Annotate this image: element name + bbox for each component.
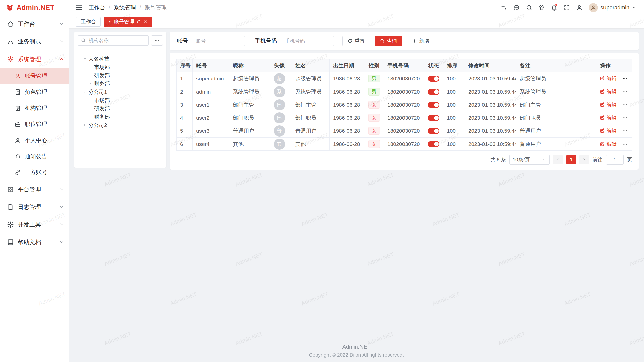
refresh-icon <box>348 39 352 43</box>
status-toggle[interactable] <box>428 76 439 82</box>
role-badge-icon <box>15 89 21 95</box>
building-icon <box>15 105 21 111</box>
status-toggle[interactable] <box>428 115 439 121</box>
collapse-menu-button[interactable] <box>73 2 85 13</box>
sidebar-item-position[interactable]: 职位管理 <box>0 116 69 132</box>
close-icon[interactable] <box>143 20 148 24</box>
avatar: 系 <box>274 86 285 97</box>
gender-tag: 男 <box>368 88 380 96</box>
sidebar-item-organization[interactable]: 机构管理 <box>0 100 69 116</box>
add-button[interactable]: 新增 <box>407 36 434 46</box>
query-button[interactable]: 查询 <box>375 36 402 46</box>
sidebar-item-platform[interactable]: 平台管理 <box>0 180 69 198</box>
phone-filter-input[interactable] <box>281 36 334 46</box>
tree-node[interactable]: 分公司1 <box>78 88 163 96</box>
accounts-table: 序号 账号 昵称 头像 姓名 出生日期 性别 手机号码 状态 排序 修改时间 备… <box>176 59 632 151</box>
notification-badge <box>555 3 558 6</box>
column-header-name: 姓名 <box>292 59 330 72</box>
tree-node-label: 分公司1 <box>88 88 107 96</box>
edit-button[interactable]: 编辑 <box>600 88 617 95</box>
font-size-button[interactable] <box>498 2 509 13</box>
language-button[interactable] <box>511 2 522 13</box>
tools-icon <box>7 221 14 228</box>
sidebar-item-workbench[interactable]: 工作台 <box>0 15 69 33</box>
breadcrumb: 工作台 / 系统管理 / 账号管理 <box>89 4 167 11</box>
avatar: 部 <box>274 112 285 123</box>
account-filter-input[interactable] <box>192 36 245 46</box>
edit-button[interactable]: 编辑 <box>600 114 617 121</box>
topbar: 工作台 / 系统管理 / 账号管理 <box>69 0 644 15</box>
tree-node[interactable]: 市场部 <box>78 96 163 104</box>
gender-tag: 男 <box>368 75 380 83</box>
page-size-select[interactable]: 10条/页 <box>509 155 550 165</box>
edit-button[interactable]: 编辑 <box>600 127 617 134</box>
tab-account-management[interactable]: 账号管理 <box>104 17 152 27</box>
sidebar-item-docs[interactable]: 帮助文档 <box>0 233 69 251</box>
sidebar-item-devtools[interactable]: 开发工具 <box>0 216 69 233</box>
edit-button[interactable]: 编辑 <box>600 101 617 108</box>
status-toggle[interactable] <box>428 89 439 95</box>
reset-button[interactable]: 重置 <box>342 36 370 46</box>
notifications-button[interactable] <box>549 2 560 13</box>
global-search-button[interactable] <box>524 2 535 13</box>
status-toggle[interactable] <box>428 128 439 134</box>
table-header-row: 序号 账号 昵称 头像 姓名 出生日期 性别 手机号码 状态 排序 修改时间 备… <box>177 59 632 72</box>
tree-node[interactable]: 财务部 <box>78 79 163 88</box>
sidebar-item-notice[interactable]: 通知公告 <box>0 148 69 164</box>
table-row: 1 superadmin 超级管理员 超 超级管理员 1986-06-28 男 … <box>177 72 632 85</box>
tree-node-label: 研发部 <box>94 72 110 79</box>
edit-button[interactable]: 编辑 <box>600 75 617 82</box>
status-toggle[interactable] <box>428 141 439 147</box>
user-icon <box>576 4 583 11</box>
breadcrumb-item[interactable]: 工作台 <box>89 4 105 11</box>
caret-right-icon[interactable] <box>83 123 87 127</box>
org-more-button[interactable] <box>151 35 163 46</box>
tree-node[interactable]: 研发部 <box>78 104 163 113</box>
fullscreen-icon <box>564 4 570 11</box>
tree-node[interactable]: 财务部 <box>78 113 163 121</box>
fullscreen-button[interactable] <box>561 2 572 13</box>
edit-icon <box>600 128 605 133</box>
column-header-status: 状态 <box>424 59 443 72</box>
sidebar-item-role[interactable]: 角色管理 <box>0 84 69 100</box>
edit-button[interactable]: 编辑 <box>600 141 617 147</box>
page-button-1[interactable]: 1 <box>566 155 576 164</box>
theme-button[interactable] <box>536 2 547 13</box>
sidebar-item-system-management[interactable]: 系统管理 <box>0 50 69 68</box>
row-more-button[interactable] <box>622 128 628 134</box>
row-more-button[interactable] <box>622 76 628 81</box>
sidebar-item-business-test[interactable]: 业务测试 <box>0 33 69 50</box>
table-row: 4 user2 部门职员 部 部门职员 1986-06-28 女 1802003… <box>177 111 632 124</box>
profile-button[interactable] <box>574 2 585 13</box>
user-menu[interactable]: superadmin <box>589 3 636 12</box>
row-more-button[interactable] <box>622 89 628 95</box>
tree-node[interactable]: 市场部 <box>78 63 163 71</box>
sidebar-item-account[interactable]: 账号管理 <box>0 68 69 84</box>
column-header-nickname: 昵称 <box>229 59 267 72</box>
goto-page-input[interactable] <box>606 155 624 165</box>
username: superadmin <box>600 4 629 11</box>
row-more-button[interactable] <box>622 102 628 108</box>
tree-node[interactable]: 分公司2 <box>78 121 163 129</box>
tree-node[interactable]: 研发部 <box>78 71 163 79</box>
refresh-icon[interactable] <box>137 20 141 24</box>
org-search-input[interactable] <box>78 35 149 46</box>
sidebar-item-logs[interactable]: 日志管理 <box>0 198 69 216</box>
tab-workbench[interactable]: 工作台 <box>76 17 101 27</box>
tree-node[interactable]: 大名科技 <box>78 55 163 63</box>
prev-page-button[interactable] <box>553 155 563 164</box>
chevron-down-icon <box>632 5 636 10</box>
row-more-button[interactable] <box>622 141 628 147</box>
breadcrumb-item[interactable]: 系统管理 <box>114 4 136 11</box>
sidebar-item-third-party[interactable]: 三方账号 <box>0 164 69 180</box>
sidebar-item-personal-center[interactable]: 个人中心 <box>0 132 69 148</box>
caret-down-icon[interactable] <box>83 57 87 61</box>
link-icon <box>15 169 21 176</box>
column-header-sort: 排序 <box>443 59 465 72</box>
status-toggle[interactable] <box>428 102 439 108</box>
next-page-button[interactable] <box>579 155 589 164</box>
caret-right-icon[interactable] <box>89 82 93 86</box>
row-more-button[interactable] <box>622 115 628 121</box>
caret-down-icon[interactable] <box>83 90 87 94</box>
briefcase-icon <box>15 121 21 127</box>
